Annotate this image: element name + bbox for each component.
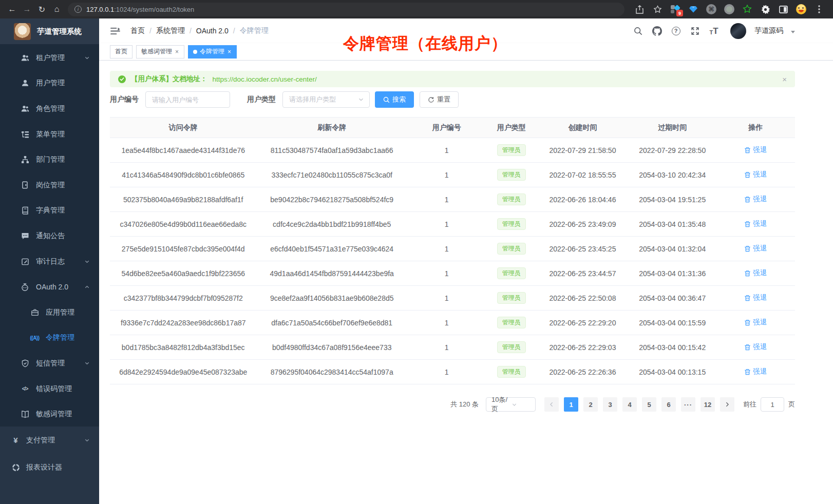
sidebar-item-report-designer[interactable]: 报表设计器 bbox=[0, 454, 99, 481]
sidebar-item-sensitive-word[interactable]: 敏感词管理 bbox=[0, 401, 99, 427]
force-logout-label: 强退 bbox=[753, 268, 767, 278]
sidebar-item-pay[interactable]: ¥ 支付管理 bbox=[0, 427, 99, 454]
browser-menu-icon[interactable] bbox=[813, 4, 825, 15]
sidebar-item-role[interactable]: 角色管理 bbox=[0, 96, 99, 122]
sidebar-item-user[interactable]: 用户管理 bbox=[0, 71, 99, 96]
help-icon[interactable]: ? bbox=[668, 23, 684, 38]
breadcrumb-item[interactable]: 首页 bbox=[130, 26, 145, 35]
page-number-button[interactable]: 6 bbox=[661, 397, 676, 412]
sidebar-item-error-code[interactable]: </> 错误码管理 bbox=[0, 376, 99, 402]
search-button[interactable]: 搜索 bbox=[375, 91, 414, 108]
bookmark-star-icon[interactable] bbox=[652, 4, 663, 15]
force-logout-button[interactable]: 强退 bbox=[744, 195, 767, 204]
gem-extension-icon[interactable] bbox=[688, 4, 699, 15]
user-dropdown-caret-icon[interactable] bbox=[791, 31, 795, 33]
sidebar-item-dept[interactable]: 部门管理 bbox=[0, 147, 99, 172]
tab-sensitive-word[interactable]: 敏感词管理 × bbox=[136, 45, 184, 59]
doc-link[interactable]: https://doc.iocoder.cn/user-center/ bbox=[213, 75, 317, 83]
access-token-cell: 1ea5e44f8bc1467aaede43144f31de76 bbox=[110, 138, 256, 163]
reset-button[interactable]: 重置 bbox=[420, 91, 459, 108]
force-logout-button[interactable]: 强退 bbox=[744, 342, 767, 352]
force-logout-button[interactable]: 强退 bbox=[744, 145, 767, 154]
github-icon[interactable] bbox=[649, 23, 665, 38]
sidebar-item-token-manage[interactable]: ((A)) 令牌管理 bbox=[0, 325, 99, 351]
created-time-cell: 2022-07-02 18:55:55 bbox=[537, 163, 629, 187]
extensions-icon[interactable]: 9 bbox=[670, 4, 681, 15]
access-token-cell: c347026e805e4d99b0d116eae66eda8c bbox=[110, 212, 256, 237]
share-icon[interactable] bbox=[634, 4, 645, 15]
user-type-cell: 管理员 bbox=[486, 187, 537, 212]
breadcrumb-item[interactable]: 系统管理 bbox=[156, 26, 185, 35]
force-logout-button[interactable]: 强退 bbox=[744, 268, 767, 278]
sidebar-item-menu[interactable]: 菜单管理 bbox=[0, 122, 99, 147]
access-token-cell: 502375b8040a469a9b82188afdf6af1f bbox=[110, 187, 256, 212]
extension-badge: 9 bbox=[676, 10, 683, 16]
close-icon[interactable]: × bbox=[227, 49, 232, 55]
user-type-badge: 管理员 bbox=[497, 193, 526, 206]
force-logout-button[interactable]: 强退 bbox=[744, 318, 767, 327]
tab-token-manage[interactable]: 令牌管理 × bbox=[188, 45, 237, 59]
active-tab-dot bbox=[193, 50, 197, 54]
refresh-token-cell: e6cfd40eb1f54571a31e775e039c4624 bbox=[256, 237, 407, 261]
browser-home-icon[interactable]: ⌂ bbox=[50, 3, 64, 16]
refresh-token-cell: b0df4980ffd34c67a08f9156e4eee733 bbox=[256, 335, 407, 360]
token-table: 访问令牌 刷新令牌 用户编号 用户类型 创建时间 过期时间 操作 1ea5e44… bbox=[110, 117, 795, 384]
browser-back-icon[interactable]: ← bbox=[5, 3, 19, 16]
sidebar-item-app-manage[interactable]: 应用管理 bbox=[0, 300, 99, 325]
refresh-token-cell: be90422b8c7946218275a508bf524fc9 bbox=[256, 187, 407, 212]
refresh-token-cell: 8796295f04064c2983414cc54af1097a bbox=[256, 360, 407, 384]
close-icon[interactable]: × bbox=[175, 49, 179, 55]
prev-page-button[interactable] bbox=[544, 397, 559, 412]
page-number-button[interactable]: 12 bbox=[701, 397, 715, 412]
navbar-tools: ? TT 芋道源码 bbox=[630, 23, 795, 39]
alert-close-icon[interactable]: × bbox=[782, 75, 787, 84]
address-bar[interactable]: i 127.0.0.1:1024/system/oauth2/token bbox=[68, 3, 624, 16]
font-size-icon[interactable]: TT bbox=[706, 23, 722, 38]
user-id-input[interactable] bbox=[145, 91, 230, 108]
force-logout-button[interactable]: 强退 bbox=[744, 170, 767, 179]
command-glyph: ⌘ bbox=[706, 4, 716, 14]
user-avatar[interactable] bbox=[730, 23, 746, 39]
browser-reload-icon[interactable]: ↻ bbox=[35, 3, 49, 16]
force-logout-label: 强退 bbox=[753, 219, 767, 228]
sidebar-item-notice[interactable]: 通知公告 bbox=[0, 223, 99, 249]
sidebar-collapse-icon[interactable] bbox=[107, 24, 123, 38]
page-number-button[interactable]: 5 bbox=[642, 397, 656, 412]
page-number-button[interactable]: ··· bbox=[681, 397, 695, 412]
chevron-down-icon bbox=[84, 259, 90, 264]
page-number-button[interactable]: 3 bbox=[603, 397, 617, 412]
record-extension-icon[interactable] bbox=[724, 4, 735, 15]
open-book-icon bbox=[21, 410, 29, 418]
command-extension-icon[interactable]: ⌘ bbox=[706, 4, 717, 15]
force-logout-button[interactable]: 强退 bbox=[744, 244, 767, 253]
force-logout-button[interactable]: 强退 bbox=[744, 219, 767, 228]
force-logout-button[interactable]: 强退 bbox=[744, 367, 767, 376]
sidebar-item-label: 报表设计器 bbox=[26, 463, 62, 472]
page-number-button[interactable]: 2 bbox=[583, 397, 598, 412]
site-info-icon[interactable]: i bbox=[74, 6, 82, 13]
page-size-select[interactable]: 10条/页 bbox=[486, 397, 536, 412]
browser-forward-icon[interactable]: → bbox=[20, 3, 34, 16]
user-name[interactable]: 芋道源码 bbox=[754, 26, 783, 35]
breadcrumb-item[interactable]: OAuth 2.0 bbox=[196, 27, 229, 35]
goto-page-input[interactable] bbox=[761, 397, 784, 412]
sidebar-item-sms[interactable]: 短信管理 bbox=[0, 351, 99, 376]
pinwheel-extension-icon[interactable] bbox=[760, 4, 771, 15]
tab-home[interactable]: 首页 bbox=[110, 45, 132, 59]
search-icon[interactable] bbox=[630, 23, 646, 38]
sidebar-item-post[interactable]: 岗位管理 bbox=[0, 172, 99, 198]
fullscreen-icon[interactable] bbox=[687, 23, 703, 38]
split-screen-extension-icon[interactable] bbox=[778, 4, 789, 15]
emoji-extension-icon[interactable] bbox=[796, 4, 807, 15]
page-number-button[interactable]: 1 bbox=[564, 397, 578, 412]
app-logo[interactable]: 芋道管理系统 bbox=[0, 18, 99, 44]
sidebar-item-tenant[interactable]: 租户管理 bbox=[0, 45, 99, 71]
next-page-button[interactable] bbox=[720, 397, 734, 412]
user-type-select[interactable]: 请选择用户类型 bbox=[282, 91, 370, 108]
sidebar-item-dict[interactable]: 字典管理 bbox=[0, 198, 99, 224]
sidebar-item-audit-log[interactable]: 审计日志 bbox=[0, 249, 99, 275]
sidebar-item-oauth[interactable]: OAuth 2.0 bbox=[0, 274, 99, 300]
star-green-extension-icon[interactable] bbox=[742, 4, 753, 15]
page-number-button[interactable]: 4 bbox=[622, 397, 637, 412]
force-logout-button[interactable]: 强退 bbox=[744, 293, 767, 302]
